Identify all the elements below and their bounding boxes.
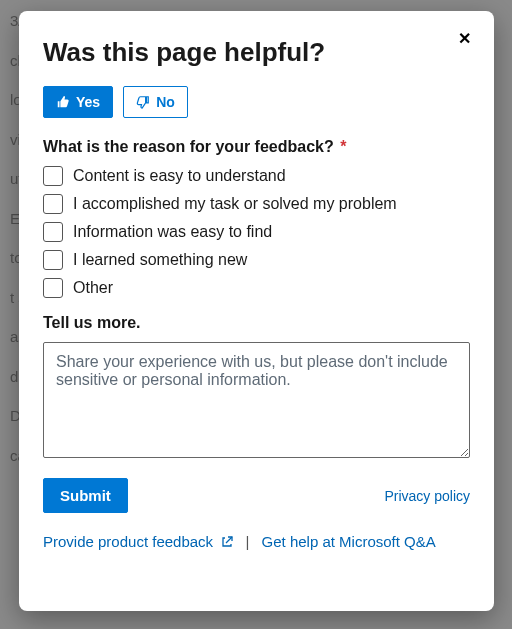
footer-links: Provide product feedback | Get help at M…	[43, 533, 470, 550]
option-label: Other	[73, 279, 113, 297]
option-understand[interactable]: Content is easy to understand	[43, 166, 470, 186]
checkbox-icon	[43, 222, 63, 242]
option-easy-find[interactable]: Information was easy to find	[43, 222, 470, 242]
option-label: I learned something new	[73, 251, 247, 269]
modal-title: Was this page helpful?	[43, 37, 470, 68]
privacy-policy-link[interactable]: Privacy policy	[384, 488, 470, 504]
checkbox-icon	[43, 166, 63, 186]
option-label: Content is easy to understand	[73, 167, 286, 185]
submit-button[interactable]: Submit	[43, 478, 128, 513]
option-learned[interactable]: I learned something new	[43, 250, 470, 270]
yes-button[interactable]: Yes	[43, 86, 113, 118]
feedback-options: Content is easy to understand I accompli…	[43, 166, 470, 298]
product-feedback-link[interactable]: Provide product feedback	[43, 533, 237, 550]
close-button[interactable]: ✕	[450, 25, 478, 53]
yes-label: Yes	[76, 94, 100, 110]
actions-row: Submit Privacy policy	[43, 478, 470, 513]
tell-us-more-label: Tell us more.	[43, 314, 470, 332]
feedback-modal: ✕ Was this page helpful? Yes No What is …	[19, 11, 494, 611]
option-label: Information was easy to find	[73, 223, 272, 241]
external-link-icon	[221, 534, 233, 546]
option-accomplished[interactable]: I accomplished my task or solved my prob…	[43, 194, 470, 214]
footer-separator: |	[245, 533, 249, 550]
checkbox-icon	[43, 194, 63, 214]
option-other[interactable]: Other	[43, 278, 470, 298]
thumbs-up-icon	[56, 95, 70, 109]
no-label: No	[156, 94, 175, 110]
close-icon: ✕	[458, 30, 471, 47]
microsoft-qa-link[interactable]: Get help at Microsoft Q&A	[262, 533, 436, 550]
feedback-reason-question: What is the reason for your feedback? *	[43, 138, 470, 156]
feedback-textarea[interactable]	[43, 342, 470, 458]
checkbox-icon	[43, 278, 63, 298]
required-indicator: *	[340, 138, 346, 155]
vote-row: Yes No	[43, 86, 470, 118]
no-button[interactable]: No	[123, 86, 188, 118]
option-label: I accomplished my task or solved my prob…	[73, 195, 397, 213]
thumbs-down-icon	[136, 95, 150, 109]
checkbox-icon	[43, 250, 63, 270]
